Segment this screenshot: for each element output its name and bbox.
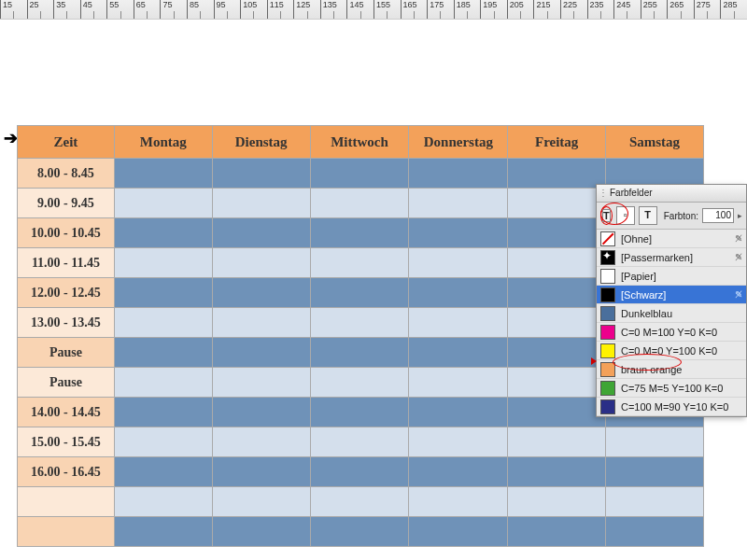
schedule-cell[interactable]: [114, 189, 212, 218]
schedule-cell[interactable]: [212, 517, 310, 547]
schedule-cell[interactable]: [605, 517, 703, 547]
schedule-cell[interactable]: [212, 398, 310, 427]
schedule-cell[interactable]: [508, 487, 606, 517]
annotation-circle-tool: [600, 203, 628, 225]
schedule-cell[interactable]: [114, 487, 212, 517]
schedule-cell[interactable]: [409, 248, 508, 278]
schedule-cell[interactable]: [310, 189, 408, 218]
schedule-cell[interactable]: [409, 189, 508, 218]
swatch-label: Dunkelblau: [621, 308, 672, 319]
schedule-cell[interactable]: [114, 248, 212, 278]
schedule-cell[interactable]: [508, 278, 606, 308]
schedule-cell[interactable]: [212, 427, 310, 457]
schedule-cell[interactable]: [212, 248, 310, 278]
schedule-cell[interactable]: [409, 517, 508, 547]
schedule-cell[interactable]: [114, 398, 212, 427]
ruler-tick: 275: [694, 0, 711, 19]
swatch-label: [Passermarken]: [621, 252, 693, 263]
schedule-cell[interactable]: [310, 517, 408, 547]
schedule-cell[interactable]: [310, 368, 408, 398]
swatch-row[interactable]: C=100 M=90 Y=10 K=0: [597, 398, 746, 416]
schedule-cell[interactable]: [212, 218, 310, 248]
swatch-row[interactable]: [Schwarz]✎̸: [597, 286, 746, 304]
schedule-cell[interactable]: [508, 398, 606, 427]
schedule-cell[interactable]: [605, 457, 703, 487]
schedule-cell[interactable]: [508, 368, 606, 398]
schedule-cell[interactable]: [508, 218, 606, 248]
text-cursor-indicator: ➔: [4, 128, 18, 148]
schedule-cell[interactable]: [114, 457, 212, 487]
ruler-tick: 195: [480, 0, 497, 19]
swatch-row[interactable]: C=0 M=100 Y=0 K=0: [597, 323, 746, 342]
swatch-row[interactable]: C=75 M=5 Y=100 K=0: [597, 379, 746, 398]
schedule-cell[interactable]: [114, 427, 212, 457]
ruler-tick: 55: [106, 0, 119, 19]
schedule-cell[interactable]: [508, 159, 606, 189]
swatch-row[interactable]: [Passermarken]✎̸: [597, 248, 746, 267]
schedule-cell[interactable]: [508, 248, 606, 278]
table-row[interactable]: [18, 487, 704, 517]
schedule-cell[interactable]: [508, 457, 606, 487]
schedule-cell[interactable]: [409, 457, 508, 487]
schedule-cell[interactable]: [310, 159, 408, 189]
swatch-label: C=0 M=100 Y=0 K=0: [621, 327, 717, 338]
schedule-cell[interactable]: [212, 368, 310, 398]
schedule-cell[interactable]: [310, 218, 408, 248]
schedule-cell[interactable]: [114, 218, 212, 248]
schedule-cell[interactable]: [114, 368, 212, 398]
schedule-cell[interactable]: [508, 427, 606, 457]
schedule-cell[interactable]: [114, 517, 212, 547]
schedule-cell[interactable]: [508, 308, 606, 338]
schedule-cell[interactable]: [212, 308, 310, 338]
schedule-cell[interactable]: [212, 487, 310, 517]
schedule-cell[interactable]: [114, 278, 212, 308]
swatch-chip: [600, 381, 615, 396]
schedule-cell[interactable]: [605, 427, 703, 457]
ruler-tick: 35: [53, 0, 65, 19]
time-cell: 9.00 - 9.45: [18, 189, 115, 218]
schedule-cell[interactable]: [409, 398, 508, 427]
schedule-cell[interactable]: [605, 487, 703, 517]
schedule-cell[interactable]: [508, 517, 606, 547]
swatch-row[interactable]: [Ohne]✎̸: [597, 230, 746, 248]
ruler-tick: 255: [641, 0, 657, 19]
schedule-cell[interactable]: [310, 457, 408, 487]
table-row[interactable]: [18, 517, 704, 547]
schedule-cell[interactable]: [409, 278, 508, 308]
schedule-cell[interactable]: [409, 308, 508, 338]
schedule-cell[interactable]: [114, 308, 212, 338]
schedule-cell[interactable]: [409, 159, 508, 189]
schedule-cell[interactable]: [508, 189, 606, 218]
schedule-cell[interactable]: [310, 248, 408, 278]
schedule-cell[interactable]: [212, 189, 310, 218]
swatch-row[interactable]: [Papier]: [597, 267, 746, 286]
schedule-cell[interactable]: [409, 368, 508, 398]
schedule-cell[interactable]: [310, 487, 408, 517]
table-row[interactable]: 16.00 - 16.45: [18, 457, 704, 487]
schedule-cell[interactable]: [310, 398, 408, 427]
time-cell: 16.00 - 16.45: [18, 457, 115, 487]
schedule-cell[interactable]: [310, 308, 408, 338]
time-cell: 13.00 - 13.45: [18, 308, 115, 338]
schedule-cell[interactable]: [409, 427, 508, 457]
schedule-cell[interactable]: [310, 427, 408, 457]
schedule-cell[interactable]: [212, 338, 310, 368]
schedule-cell[interactable]: [212, 457, 310, 487]
schedule-cell[interactable]: [114, 338, 212, 368]
schedule-cell[interactable]: [310, 278, 408, 308]
schedule-cell[interactable]: [409, 218, 508, 248]
schedule-cell[interactable]: [114, 159, 212, 189]
text-stroke-icon[interactable]: T: [639, 206, 657, 225]
panel-tab-swatches[interactable]: Farbfelder: [597, 185, 746, 203]
schedule-cell[interactable]: [409, 487, 508, 517]
schedule-cell[interactable]: [212, 159, 310, 189]
schedule-cell[interactable]: [310, 338, 408, 368]
schedule-cell[interactable]: [212, 278, 310, 308]
table-row[interactable]: 15.00 - 15.45: [18, 427, 704, 457]
swatch-row[interactable]: Dunkelblau: [597, 304, 746, 323]
schedule-cell[interactable]: [409, 338, 508, 368]
tone-stepper-icon[interactable]: ▸: [738, 211, 742, 220]
swatch-label: [Papier]: [621, 271, 656, 282]
tone-input[interactable]: 100: [702, 208, 734, 223]
swatch-label: C=75 M=5 Y=100 K=0: [621, 383, 723, 394]
